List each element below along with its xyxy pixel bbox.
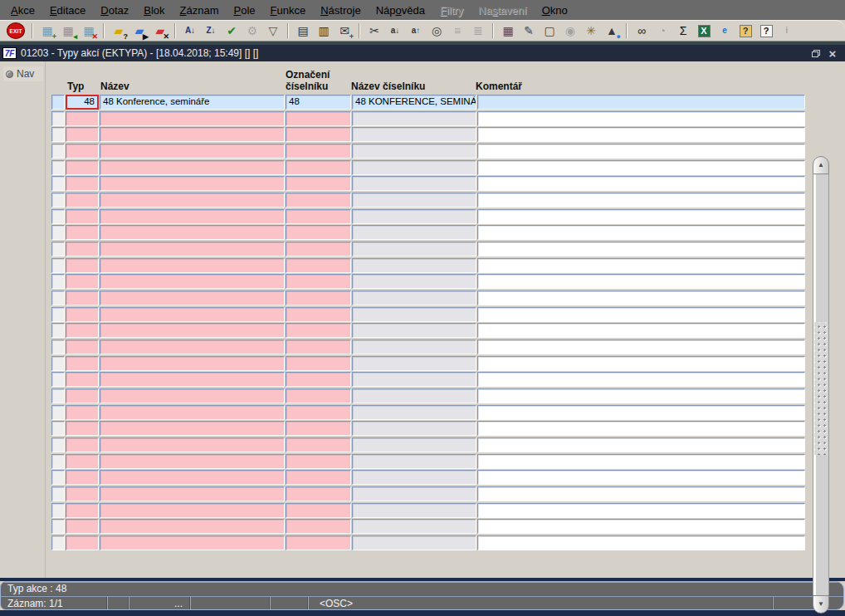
cell-nazev[interactable] <box>100 356 285 371</box>
menu-item-akce[interactable]: Akce <box>3 2 42 19</box>
scrollbar-thumb[interactable] <box>814 322 828 455</box>
cell-oznaceni-ciselniku[interactable] <box>286 209 351 224</box>
menu-item-napoveda[interactable]: Nápověda <box>369 2 432 19</box>
cell-nazev[interactable] <box>100 291 285 306</box>
menu-item-pole[interactable]: Pole <box>227 2 263 19</box>
mail-icon[interactable]: ✉+ <box>335 22 354 40</box>
cell-nazev[interactable] <box>100 438 285 452</box>
cell-oznaceni-ciselniku[interactable] <box>286 454 351 469</box>
cell-nazev-ciselniku[interactable] <box>352 454 476 469</box>
cell-nazev-ciselniku[interactable] <box>352 486 476 501</box>
row-selector[interactable] <box>51 176 65 191</box>
row-selector[interactable] <box>51 519 65 534</box>
cell-komentar[interactable] <box>477 340 805 354</box>
cell-oznaceni-ciselniku[interactable] <box>286 503 351 518</box>
cell-nazev-ciselniku[interactable] <box>352 470 476 485</box>
cell-nazev-ciselniku[interactable] <box>352 307 476 322</box>
row-selector[interactable] <box>51 389 65 403</box>
prism-icon[interactable]: ▲● <box>603 22 621 40</box>
cell-oznaceni-ciselniku[interactable] <box>286 274 351 289</box>
cell-oznaceni-ciselniku[interactable] <box>286 372 351 387</box>
cell-nazev[interactable] <box>100 470 285 485</box>
row-selector[interactable] <box>51 307 65 322</box>
row-selector[interactable] <box>51 421 65 436</box>
help-wizard-icon[interactable]: ? <box>736 22 755 40</box>
cell-komentar[interactable] <box>477 160 805 175</box>
row-selector[interactable] <box>51 356 65 371</box>
cell-komentar[interactable] <box>477 519 805 534</box>
cell-komentar[interactable] <box>477 438 805 452</box>
exit-button[interactable]: EXIT <box>5 22 27 39</box>
cell-nazev-ciselniku[interactable] <box>352 519 476 534</box>
filter-icon[interactable]: ▽ <box>264 22 282 40</box>
cell-oznaceni-ciselniku[interactable] <box>286 470 351 485</box>
cell-komentar[interactable] <box>477 258 805 273</box>
cell-komentar[interactable] <box>477 405 805 420</box>
cell-typ[interactable] <box>66 535 99 550</box>
row-selector[interactable] <box>51 95 65 110</box>
cell-nazev-ciselniku[interactable] <box>352 111 476 126</box>
cell-nazev-ciselniku[interactable] <box>352 144 476 159</box>
cell-komentar[interactable] <box>477 274 805 289</box>
uppercase-icon[interactable]: a↑ <box>407 22 425 40</box>
cell-typ[interactable] <box>66 242 99 257</box>
cell-oznaceni-ciselniku[interactable] <box>286 389 351 403</box>
cell-typ[interactable] <box>66 209 99 224</box>
cell-oznaceni-ciselniku[interactable] <box>286 160 351 175</box>
cell-typ[interactable] <box>66 274 99 289</box>
row-selector[interactable] <box>51 209 65 224</box>
cell-komentar[interactable] <box>477 176 805 191</box>
cell-komentar[interactable] <box>477 486 805 501</box>
delete-record-icon[interactable]: ▦✕ <box>80 22 98 40</box>
cell-typ[interactable] <box>66 176 99 191</box>
cell-nazev-ciselniku[interactable] <box>352 209 476 224</box>
restore-window-button[interactable] <box>808 46 823 60</box>
cell-typ[interactable] <box>66 519 99 534</box>
cell-komentar[interactable] <box>477 95 805 110</box>
cell-nazev[interactable] <box>100 209 285 224</box>
cell-oznaceni-ciselniku[interactable] <box>286 144 351 159</box>
cell-nazev[interactable] <box>100 454 285 469</box>
document-icon[interactable]: ▢ <box>540 22 559 40</box>
cell-oznaceni-ciselniku[interactable] <box>286 193 351 208</box>
cell-typ[interactable] <box>66 323 99 338</box>
cell-nazev[interactable] <box>100 193 285 208</box>
cell-nazev[interactable] <box>100 225 285 240</box>
cell-nazev-ciselniku[interactable] <box>352 176 476 191</box>
scroll-up-button[interactable]: ▲ <box>813 156 829 174</box>
cell-komentar[interactable] <box>477 503 805 518</box>
cell-nazev[interactable] <box>100 111 285 126</box>
cell-nazev-ciselniku[interactable] <box>352 372 476 387</box>
cell-komentar[interactable] <box>477 421 805 436</box>
cell-nazev[interactable] <box>100 144 285 159</box>
cell-oznaceni-ciselniku[interactable] <box>286 291 351 306</box>
insert-record-icon[interactable]: ▦+ <box>38 22 56 40</box>
cell-typ[interactable] <box>66 421 99 436</box>
cell-nazev-ciselniku[interactable] <box>352 323 476 338</box>
cell-nazev-ciselniku[interactable] <box>352 274 476 289</box>
cell-typ[interactable] <box>66 127 99 142</box>
cell-komentar[interactable] <box>477 209 805 224</box>
cell-komentar[interactable] <box>477 291 805 306</box>
cell-nazev[interactable] <box>100 503 285 518</box>
lowercase-icon[interactable]: a↓ <box>386 22 404 40</box>
cell-oznaceni-ciselniku[interactable]: 48 <box>286 95 351 110</box>
cell-typ[interactable] <box>66 225 99 240</box>
cell-nazev-ciselniku[interactable] <box>352 291 476 306</box>
helm-icon[interactable]: ✳ <box>582 22 600 40</box>
cell-oznaceni-ciselniku[interactable] <box>286 307 351 322</box>
cell-typ[interactable] <box>66 486 99 501</box>
cell-nazev-ciselniku[interactable] <box>352 242 476 257</box>
row-selector[interactable] <box>51 454 65 469</box>
excel-icon[interactable]: X <box>695 22 713 40</box>
cell-nazev-ciselniku[interactable] <box>352 503 476 518</box>
cell-typ[interactable] <box>66 503 99 518</box>
cell-komentar[interactable] <box>477 454 805 469</box>
cell-oznaceni-ciselniku[interactable] <box>286 242 351 257</box>
row-selector[interactable] <box>51 225 65 240</box>
cell-nazev[interactable] <box>100 421 285 436</box>
enter-query-icon[interactable]: ▰? <box>110 22 128 40</box>
scrollbar-track[interactable] <box>813 174 829 595</box>
row-selector[interactable] <box>51 323 65 338</box>
cell-komentar[interactable] <box>477 323 805 338</box>
